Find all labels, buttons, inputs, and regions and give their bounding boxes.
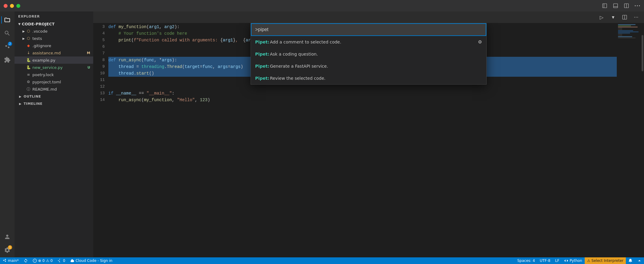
status-sync[interactable] bbox=[21, 257, 30, 264]
command-item-text: Ask a coding question. bbox=[270, 52, 318, 56]
maximize-button[interactable] bbox=[16, 4, 20, 8]
assistance-badge: M bbox=[87, 51, 90, 55]
command-item-ask-question[interactable]: Pipet: Ask a coding question. bbox=[251, 48, 486, 60]
eol-label: LF bbox=[555, 259, 560, 263]
traffic-lights bbox=[4, 4, 20, 8]
settings-badge: 1 bbox=[8, 245, 12, 250]
no-config-num: 0 bbox=[63, 259, 65, 263]
tests-label: tests bbox=[32, 36, 93, 41]
tree-item-assistance[interactable]: ↓ assistance.md M bbox=[15, 49, 93, 56]
sidebar-header: Explorer bbox=[15, 11, 93, 20]
source-control-badge: 2 bbox=[8, 42, 12, 46]
git-icon: ◆ bbox=[26, 43, 31, 48]
command-item-review-code[interactable]: Pipet: Review the selected code. bbox=[251, 72, 486, 84]
tree-item-new-service[interactable]: 🐍 new_service.py U bbox=[15, 64, 93, 71]
titlebar-actions bbox=[602, 3, 640, 9]
status-spaces[interactable]: Spaces: 4 bbox=[515, 257, 537, 264]
section-timeline[interactable]: ▶ TIMELINE bbox=[15, 100, 93, 107]
outline-chevron: ▶ bbox=[18, 94, 22, 98]
tree-item-readme[interactable]: ⓘ README.md bbox=[15, 85, 93, 93]
status-bell[interactable] bbox=[626, 257, 635, 264]
minimize-button[interactable] bbox=[10, 4, 14, 8]
root-chevron: ▼ bbox=[17, 21, 22, 26]
titlebar bbox=[0, 0, 644, 11]
run-dropdown-button[interactable]: ▼ bbox=[609, 13, 617, 21]
sidebar: Explorer ▼ CODE-PROJECT ▶ ⬡ .vscode ▶ ⬡ … bbox=[15, 11, 93, 257]
command-palette[interactable]: Pipet: Add a comment to selected code. ⚙… bbox=[251, 23, 487, 85]
activity-bar: 2 1 bbox=[0, 11, 15, 257]
status-git-extra[interactable] bbox=[635, 257, 644, 264]
python-icon: 🐍 bbox=[26, 65, 31, 70]
command-item-gen-fastapi[interactable]: Pipet: Generate a FastAPI service. bbox=[251, 60, 486, 72]
tests-chevron: ▶ bbox=[21, 36, 26, 41]
editor-toolbar: ▷ ▼ ··· bbox=[93, 11, 644, 23]
status-remote[interactable]: Cloud Code - Sign in bbox=[68, 257, 115, 264]
more-editor-options-button[interactable]: ··· bbox=[632, 13, 640, 21]
close-button[interactable] bbox=[4, 4, 8, 8]
svg-point-14 bbox=[59, 259, 60, 259]
toggle-sidebar-icon[interactable] bbox=[602, 3, 608, 9]
tree-root[interactable]: ▼ CODE-PROJECT bbox=[15, 20, 93, 27]
tree-item-poetry-lock[interactable]: ≡ poetry.lock bbox=[15, 71, 93, 78]
encoding-label: UTF-8 bbox=[540, 259, 550, 263]
svg-point-13 bbox=[34, 261, 35, 262]
status-encoding[interactable]: UTF-8 bbox=[537, 257, 553, 264]
activity-item-source-control[interactable]: 2 bbox=[1, 40, 13, 53]
tree-item-tests[interactable]: ▶ ⬡ tests bbox=[15, 35, 93, 42]
toggle-panel-icon[interactable] bbox=[613, 3, 619, 9]
editor-content: 3 4 5 6 7 8 9 10 11 12 13 14 bbox=[93, 23, 644, 257]
new-service-label: new_service.py bbox=[32, 65, 87, 70]
activity-item-explorer[interactable] bbox=[1, 14, 13, 26]
activity-item-extensions[interactable] bbox=[1, 54, 13, 66]
new-service-badge: U bbox=[87, 66, 90, 69]
command-item-prefix: Pipet: bbox=[255, 52, 269, 56]
command-item-text: Review the selected code. bbox=[270, 76, 326, 81]
more-options-icon[interactable] bbox=[634, 3, 640, 9]
status-language[interactable]: Python bbox=[562, 257, 585, 264]
activity-item-search[interactable] bbox=[1, 27, 13, 39]
branch-label: main* bbox=[8, 259, 19, 263]
folder-icon: ⬡ bbox=[26, 29, 31, 34]
tree-item-gitignore[interactable]: ◆ .gitignore bbox=[15, 42, 93, 49]
split-editor-button[interactable] bbox=[620, 13, 629, 21]
minimap-content bbox=[617, 23, 641, 40]
language-label: Python bbox=[570, 259, 582, 263]
command-item-prefix: Pipet: bbox=[255, 76, 269, 81]
command-item-text: Add a comment to selected code. bbox=[270, 40, 341, 44]
split-editor-icon[interactable] bbox=[623, 3, 629, 9]
svg-point-8 bbox=[639, 5, 640, 6]
warning-num: 0 bbox=[50, 259, 53, 263]
command-input[interactable] bbox=[255, 27, 482, 32]
gear-icon[interactable]: ⚙ bbox=[478, 39, 482, 45]
scrollbar-thumb[interactable] bbox=[642, 35, 643, 71]
tree-item-vscode[interactable]: ▶ ⬡ .vscode bbox=[15, 27, 93, 35]
status-interpreter[interactable]: ⚠ Select Interpreter bbox=[585, 257, 626, 264]
settings-file-icon: ⚙ bbox=[26, 79, 31, 84]
remote-label: Cloud Code - Sign in bbox=[76, 259, 113, 263]
timeline-chevron: ▶ bbox=[18, 101, 22, 106]
vscode-chevron: ▶ bbox=[21, 29, 26, 34]
tree-item-example[interactable]: 🐍 example.py bbox=[15, 56, 93, 64]
tree-item-pyproject[interactable]: ⚙ pyproject.toml bbox=[15, 78, 93, 85]
error-count: ⊗ bbox=[38, 259, 41, 263]
line-numbers: 3 4 5 6 7 8 9 10 11 12 13 14 bbox=[93, 23, 108, 257]
code-line-13: if __name__ == "__main__": bbox=[108, 90, 617, 97]
minimap bbox=[617, 23, 641, 257]
activity-item-settings[interactable]: 1 bbox=[1, 244, 13, 256]
svg-point-6 bbox=[635, 5, 636, 6]
command-item-add-comment[interactable]: Pipet: Add a comment to selected code. ⚙ bbox=[251, 36, 486, 48]
status-errors[interactable]: ⊗ 0 ⚠ 0 bbox=[30, 257, 55, 264]
command-input-wrap[interactable] bbox=[251, 23, 486, 36]
run-button[interactable]: ▷ bbox=[597, 13, 606, 21]
scrollbar[interactable] bbox=[641, 23, 644, 257]
status-no-config[interactable]: 0 bbox=[55, 257, 68, 264]
poetry-lock-label: poetry.lock bbox=[32, 72, 93, 77]
activity-item-account[interactable] bbox=[1, 231, 13, 243]
status-branch[interactable]: main* bbox=[0, 257, 21, 264]
section-outline[interactable]: ▶ OUTLINE bbox=[15, 93, 93, 100]
status-eol[interactable]: LF bbox=[553, 257, 562, 264]
warning-icon: ⚠ bbox=[46, 259, 49, 263]
outline-label: OUTLINE bbox=[24, 95, 41, 98]
command-item-prefix: Pipet: bbox=[255, 40, 269, 44]
assistance-label: assistance.md bbox=[32, 51, 87, 55]
